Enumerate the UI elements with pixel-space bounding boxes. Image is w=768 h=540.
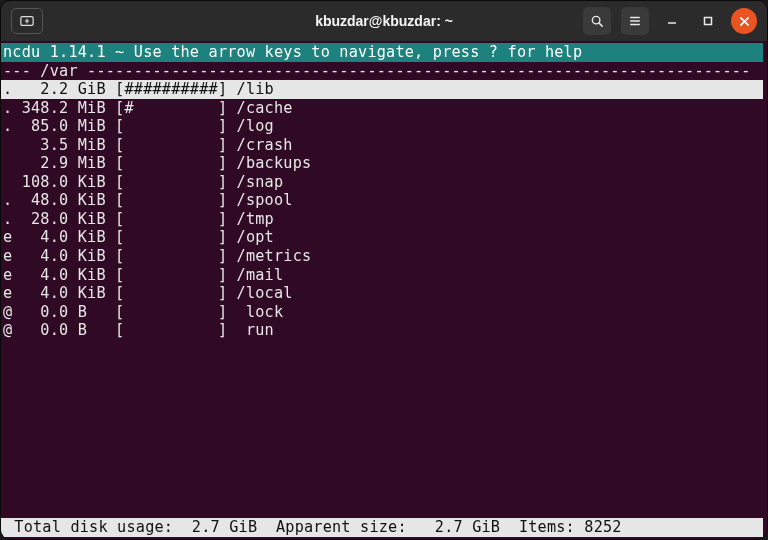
ncdu-entry[interactable]: e 4.0 KiB [ ] /mail	[1, 266, 763, 285]
ncdu-entry[interactable]: e 4.0 KiB [ ] /opt	[1, 228, 763, 247]
menu-button[interactable]	[621, 7, 649, 35]
ncdu-entry[interactable]: . 28.0 KiB [ ] /tmp	[1, 210, 763, 229]
maximize-icon	[702, 15, 714, 27]
maximize-button[interactable]	[695, 8, 721, 34]
ncdu-entry[interactable]: . 48.0 KiB [ ] /spool	[1, 191, 763, 210]
minimize-button[interactable]	[659, 8, 685, 34]
ncdu-entry[interactable]: 2.9 MiB [ ] /backups	[1, 154, 763, 173]
ncdu-entry[interactable]: . 348.2 MiB [# ] /cache	[1, 99, 763, 118]
ncdu-header: ncdu 1.14.1 ~ Use the arrow keys to navi…	[1, 43, 763, 62]
ncdu-entry-list: . 2.2 GiB [##########] /lib. 348.2 MiB […	[1, 80, 763, 340]
ncdu-entry[interactable]: e 4.0 KiB [ ] /metrics	[1, 247, 763, 266]
ncdu-path-line-text: --- /var -------------------------------…	[3, 62, 751, 80]
titlebar-right	[583, 7, 767, 35]
ncdu-entry[interactable]: . 2.2 GiB [##########] /lib	[1, 80, 763, 99]
ncdu-entry[interactable]: @ 0.0 B [ ] run	[1, 321, 763, 340]
ncdu-status-bar: Total disk usage: 2.7 GiB Apparent size:…	[1, 518, 763, 537]
terminal-window: kbuzdar@kbuzdar: ~	[0, 0, 768, 540]
new-tab-icon	[20, 14, 34, 28]
svg-rect-9	[705, 18, 712, 25]
ncdu-path-line: --- /var -------------------------------…	[1, 62, 763, 81]
close-button[interactable]	[731, 8, 757, 34]
titlebar: kbuzdar@kbuzdar: ~	[1, 1, 767, 41]
search-icon	[590, 14, 604, 28]
ncdu-entry[interactable]: 108.0 KiB [ ] /snap	[1, 173, 763, 192]
ncdu-entry[interactable]: e 4.0 KiB [ ] /local	[1, 284, 763, 303]
svg-line-4	[599, 23, 602, 26]
ncdu-status-text: Total disk usage: 2.7 GiB Apparent size:…	[5, 518, 622, 536]
terminal-body[interactable]: ncdu 1.14.1 ~ Use the arrow keys to navi…	[1, 41, 767, 539]
close-icon	[739, 16, 750, 27]
hamburger-icon	[628, 14, 642, 28]
search-button[interactable]	[583, 7, 611, 35]
minimize-icon	[666, 15, 678, 27]
new-tab-button[interactable]	[11, 8, 43, 34]
ncdu-entry[interactable]: @ 0.0 B [ ] lock	[1, 303, 763, 322]
ncdu-entry[interactable]: 3.5 MiB [ ] /crash	[1, 136, 763, 155]
ncdu-entry[interactable]: . 85.0 MiB [ ] /log	[1, 117, 763, 136]
